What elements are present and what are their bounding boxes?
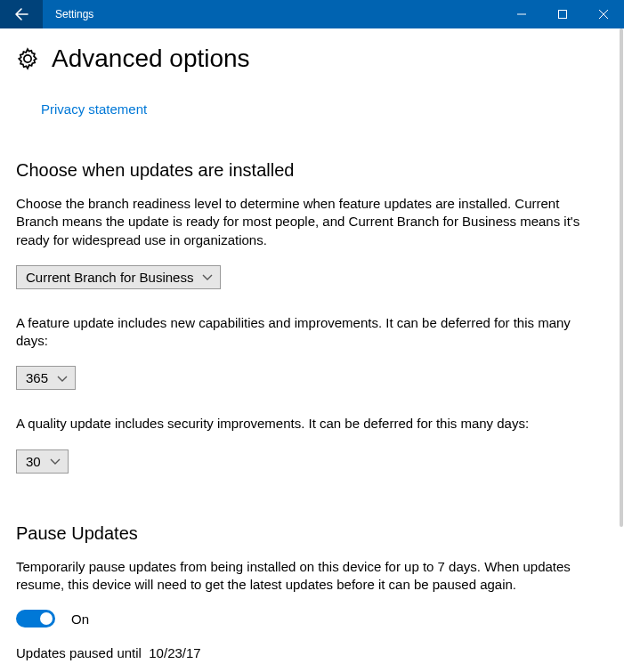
paused-until-date: 10/23/17 [149, 645, 200, 660]
maximize-icon [558, 10, 567, 19]
chevron-down-icon [50, 456, 61, 466]
svg-rect-0 [559, 11, 567, 19]
branch-heading: Choose when updates are installed [16, 160, 608, 181]
close-icon [599, 10, 608, 19]
quality-defer-description: A quality update includes security impro… [16, 415, 604, 433]
pause-toggle[interactable] [16, 610, 55, 627]
branch-description: Choose the branch readiness level to det… [16, 195, 604, 249]
content-area: Advanced options Privacy statement Choos… [0, 28, 624, 672]
chevron-down-icon [202, 271, 213, 282]
feature-defer-value: 365 [26, 370, 48, 385]
minimize-button[interactable] [501, 0, 542, 28]
pause-toggle-row: On [16, 610, 608, 627]
gear-icon [16, 47, 39, 70]
chevron-down-icon [57, 373, 68, 384]
branch-dropdown[interactable]: Current Branch for Business [16, 265, 221, 289]
pause-toggle-label: On [71, 611, 89, 627]
close-button[interactable] [583, 0, 624, 28]
toggle-thumb [40, 612, 53, 625]
quality-defer-value: 30 [26, 454, 41, 469]
maximize-button[interactable] [542, 0, 583, 28]
minimize-icon [517, 10, 526, 19]
window-title: Settings [43, 8, 501, 20]
scrollbar[interactable] [620, 28, 623, 672]
page-title: Advanced options [52, 45, 250, 73]
paused-until-row: Updates paused until 10/23/17 [16, 645, 608, 660]
window-controls [501, 0, 624, 28]
scrollbar-thumb[interactable] [620, 28, 623, 527]
titlebar: Settings [0, 0, 624, 28]
feature-defer-dropdown[interactable]: 365 [16, 366, 76, 390]
pause-description: Temporarily pause updates from being ins… [16, 558, 604, 595]
branch-dropdown-value: Current Branch for Business [26, 270, 193, 285]
back-arrow-icon [14, 7, 28, 21]
privacy-statement-link[interactable]: Privacy statement [41, 101, 147, 117]
page-header: Advanced options [16, 45, 608, 73]
feature-defer-description: A feature update includes new capabiliti… [16, 314, 604, 351]
back-button[interactable] [0, 0, 43, 28]
paused-until-label: Updates paused until [16, 645, 142, 660]
quality-defer-dropdown[interactable]: 30 [16, 449, 69, 474]
pause-heading: Pause Updates [16, 523, 608, 544]
